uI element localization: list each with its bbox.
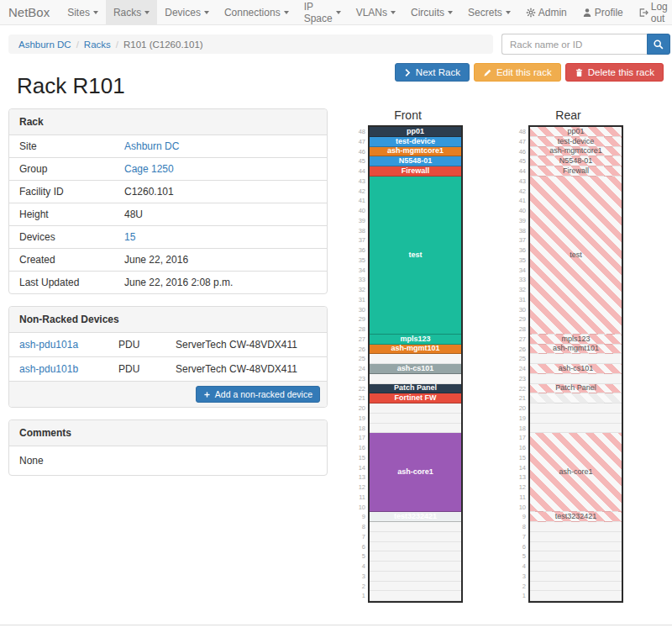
site-link[interactable]: Ashburn DC — [124, 140, 179, 152]
rack-unit-device-rear[interactable]: Firewall — [530, 166, 622, 177]
rack-unit-device[interactable]: Firewall — [370, 166, 461, 177]
rack-unit-device[interactable]: Fortinet FW — [370, 393, 461, 404]
page-title: Rack R101 — [17, 73, 125, 99]
nav-item-admin[interactable]: Admin — [518, 0, 575, 24]
rack-unit-device-rear[interactable]: test — [530, 177, 622, 335]
unit-number: 14 — [353, 463, 365, 473]
rack-unit-device-rear[interactable]: pp01 — [530, 127, 622, 137]
breadcrumb-racks-link[interactable]: Racks — [84, 40, 111, 50]
search-button[interactable] — [647, 34, 670, 55]
unit-number: 27 — [513, 335, 526, 345]
breadcrumb-current: R101 (C1260.101) — [123, 40, 203, 50]
nav-item-circuits[interactable]: Circuits — [403, 0, 460, 24]
trash-icon — [575, 68, 584, 77]
add-non-racked-device-button[interactable]: Add a non-racked device — [196, 386, 320, 403]
rack-unit-empty — [530, 374, 622, 384]
next-rack-button[interactable]: Next Rack — [395, 63, 470, 82]
rack-unit-device-rear[interactable]: test-device — [530, 137, 622, 147]
unit-number: 8 — [513, 522, 526, 532]
unit-number: 32 — [353, 285, 365, 295]
rack-unit-device[interactable]: ash-cs101 — [370, 364, 461, 374]
rack-unit-device[interactable]: Patch Panel — [370, 384, 461, 394]
delete-rack-button[interactable]: Delete this rack — [565, 63, 664, 82]
rack-unit-device[interactable]: test — [370, 177, 461, 335]
unit-number: 10 — [513, 503, 526, 513]
rack-unit-device[interactable]: ash-mgmtcore1 — [370, 147, 461, 157]
nav-item-devices[interactable]: Devices — [157, 0, 217, 24]
non-racked-devices-panel: Non-Racked Devices ash-pdu101a PDU Serve… — [8, 306, 328, 408]
unit-number: 35 — [353, 256, 365, 266]
device-link[interactable]: ash-pdu101b — [19, 363, 118, 375]
rear-elevation-title: Rear — [555, 108, 580, 122]
front-rack-units: pp01test-deviceash-mgmtcore1N5548-01Fire… — [368, 125, 463, 603]
unit-number: 36 — [513, 245, 526, 256]
rack-unit-device[interactable]: pp01 — [370, 127, 461, 137]
nav-item-sites[interactable]: Sites — [60, 0, 106, 24]
rack-unit-device[interactable]: mpls123 — [370, 335, 461, 345]
unit-number: 10 — [353, 503, 365, 513]
rack-unit-device-rear[interactable] — [530, 393, 622, 404]
unit-number: 11 — [513, 493, 526, 503]
unit-number: 21 — [513, 393, 526, 404]
comments-title: Comments — [9, 420, 327, 446]
rack-unit-device[interactable]: ash-core1 — [370, 433, 461, 512]
edit-rack-button[interactable]: Edit this rack — [474, 63, 561, 82]
last-updated-value: June 22, 2016 2:08 p.m. — [124, 277, 233, 288]
rack-unit-empty — [530, 522, 622, 532]
front-elevation: Front 4847464544434241403938373635343332… — [353, 108, 463, 603]
rack-unit-device[interactable]: ash-mgmt101 — [370, 345, 461, 355]
unit-number: 5 — [513, 551, 526, 562]
search-input[interactable] — [501, 34, 647, 55]
rack-unit-device-rear[interactable]: ash-cs101 — [530, 364, 622, 374]
unit-number: 42 — [513, 187, 526, 197]
unit-number: 14 — [513, 463, 526, 473]
rack-unit-device-rear[interactable]: N5548-01 — [530, 156, 622, 166]
chevron-down-icon — [284, 11, 289, 14]
rack-panel-title: Rack — [9, 109, 327, 135]
rack-unit-empty — [370, 582, 461, 592]
nav-item-profile[interactable]: Profile — [575, 0, 631, 24]
breadcrumb-site-link[interactable]: Ashburn DC — [18, 40, 71, 50]
unit-number: 37 — [353, 235, 365, 245]
nav-item-vlans[interactable]: VLANs — [349, 0, 403, 24]
rack-unit-device[interactable]: test-device — [370, 137, 461, 147]
rack-unit-device[interactable]: N5548-01 — [370, 156, 461, 166]
nav-item-connections[interactable]: Connections — [217, 0, 297, 24]
unit-number: 2 — [513, 582, 526, 592]
unit-number: 5 — [353, 551, 365, 562]
unit-number: 43 — [513, 177, 526, 187]
rack-unit-empty — [370, 591, 461, 601]
unit-number: 45 — [513, 156, 526, 166]
attr-row-group: GroupCage 1250 — [9, 157, 327, 180]
rack-unit-device-rear[interactable]: ash-core1 — [530, 433, 622, 512]
unit-number: 46 — [513, 147, 526, 157]
breadcrumb: Ashburn DC / Racks / R101 (C1260.101) — [8, 34, 493, 54]
nav-item-secrets[interactable]: Secrets — [460, 0, 518, 24]
unit-number: 44 — [353, 166, 365, 177]
rack-unit-device[interactable]: test3232421 — [370, 512, 461, 522]
rack-unit-device-rear[interactable]: mpls123 — [530, 335, 622, 345]
devices-count-link[interactable]: 15 — [124, 231, 135, 243]
front-unit-numbers: 4847464544434241403938373635343332313029… — [353, 125, 368, 603]
brand[interactable]: NetBox — [0, 0, 60, 24]
unit-number: 40 — [353, 206, 365, 216]
rack-unit-device-rear[interactable]: test3232421 — [530, 512, 622, 522]
device-link[interactable]: ash-pdu101a — [19, 339, 118, 351]
rack-unit-empty — [370, 532, 461, 542]
unit-number: 12 — [513, 483, 526, 493]
rack-unit-device-rear[interactable]: Patch Panel — [530, 384, 622, 394]
rack-unit-device-rear[interactable]: ash-mgmtcore1 — [530, 147, 622, 157]
nav-item-logout[interactable]: Log out — [631, 0, 672, 24]
unit-number: 1 — [513, 591, 526, 601]
rack-unit-empty — [530, 582, 622, 592]
unit-number: 18 — [353, 424, 365, 434]
nav-item-racks[interactable]: Racks — [106, 0, 157, 24]
chevron-down-icon — [144, 11, 150, 14]
nav-item-ip-space[interactable]: IP Space — [297, 0, 349, 24]
unit-number: 7 — [353, 532, 365, 542]
group-link[interactable]: Cage 1250 — [124, 163, 174, 175]
user-icon — [582, 8, 592, 18]
unit-number: 28 — [353, 324, 365, 335]
rack-unit-device-rear[interactable]: ash-mgmt101 — [530, 345, 622, 355]
attr-row-last-updated: Last UpdatedJune 22, 2016 2:08 p.m. — [9, 271, 327, 293]
